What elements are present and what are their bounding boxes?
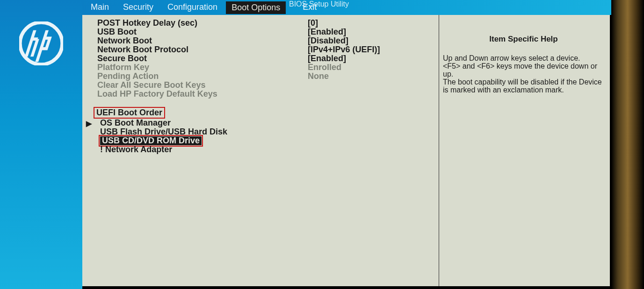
- settings-values: [0] [Enabled] [Disabled] [IPv4+IPv6 (UEF…: [308, 15, 439, 286]
- value-secure-boot[interactable]: [Enabled]: [308, 54, 439, 63]
- pointer-icon: ▶: [86, 119, 92, 128]
- boot-item-label: OS Boot Manager: [100, 118, 171, 127]
- content-area: POST Hotkey Delay (sec) USB Boot Network…: [82, 15, 611, 286]
- tab-main[interactable]: Main: [85, 0, 115, 15]
- svg-point-0: [20, 22, 62, 64]
- setting-load-hp-factory-keys[interactable]: Load HP Factory Default Keys: [97, 90, 308, 99]
- boot-item-network-adapter[interactable]: ! Network Adapter: [94, 145, 308, 154]
- value-network-boot-protocol[interactable]: [IPv4+IPv6 (UEFI)]: [308, 45, 439, 54]
- setting-pending-action: Pending Action: [97, 72, 308, 81]
- boot-item-usb-cd-dvd[interactable]: USB CD/DVD ROM Drive: [100, 136, 202, 145]
- help-body: Up and Down arrow keys select a device.<…: [443, 54, 604, 94]
- settings-labels: POST Hotkey Delay (sec) USB Boot Network…: [82, 15, 308, 286]
- setting-usb-boot[interactable]: USB Boot: [97, 28, 308, 36]
- setting-clear-secure-boot-keys[interactable]: Clear All Secure Boot Keys: [97, 81, 308, 90]
- value-network-boot[interactable]: [Disabled]: [308, 36, 439, 45]
- value-usb-boot[interactable]: [Enabled]: [308, 28, 439, 36]
- boot-item-label: USB CD/DVD ROM Drive: [102, 136, 200, 145]
- boot-item-os-boot-manager[interactable]: ▶ OS Boot Manager: [94, 119, 308, 127]
- logo-sidebar: [0, 0, 82, 289]
- photo-edge: [611, 0, 644, 289]
- tab-configuration[interactable]: Configuration: [162, 0, 223, 15]
- setting-network-boot[interactable]: Network Boot: [97, 36, 308, 45]
- uefi-boot-order-header: UEFI Boot Order: [94, 107, 165, 119]
- tab-boot-options[interactable]: Boot Options: [226, 1, 286, 14]
- boot-item-label: ! Network Adapter: [100, 145, 172, 154]
- help-title: Item Specific Help: [443, 35, 604, 44]
- hp-logo-icon: [19, 21, 63, 67]
- setting-network-boot-protocol[interactable]: Network Boot Protocol: [97, 45, 308, 54]
- svg-line-3: [37, 30, 47, 62]
- tab-security[interactable]: Security: [117, 0, 159, 15]
- bottom-border: [82, 286, 611, 289]
- boot-item-label: USB Flash Drive/USB Hard Disk: [100, 127, 227, 136]
- setting-secure-boot[interactable]: Secure Boot: [97, 54, 308, 63]
- bios-title: BIOS Setup Utility: [289, 0, 349, 8]
- setting-post-hotkey-delay[interactable]: POST Hotkey Delay (sec): [97, 19, 308, 28]
- value-post-hotkey-delay[interactable]: [0]: [308, 19, 439, 28]
- boot-item-usb-flash-drive[interactable]: USB Flash Drive/USB Hard Disk: [94, 127, 308, 136]
- value-pending-action: None: [308, 72, 439, 81]
- svg-line-2: [32, 39, 37, 57]
- help-panel: Item Specific Help Up and Down arrow key…: [439, 15, 611, 286]
- value-platform-key: Enrolled: [308, 63, 439, 72]
- setting-platform-key: Platform Key: [97, 63, 308, 72]
- menu-bar: BIOS Setup Utility Main Security Configu…: [82, 0, 611, 15]
